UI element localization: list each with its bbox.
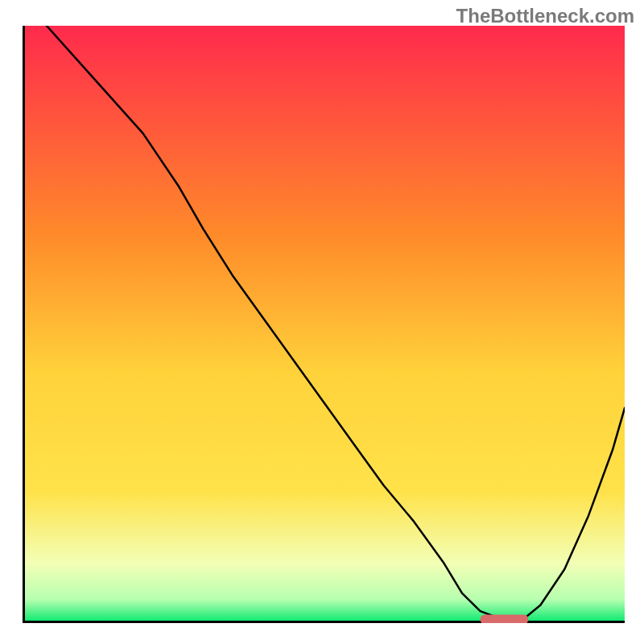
axis-left <box>23 26 25 623</box>
watermark-text: TheBottleneck.com <box>456 5 634 27</box>
optimal-range-marker <box>481 615 529 624</box>
gradient-background <box>23 26 625 623</box>
plot-area <box>23 26 625 623</box>
chart-container: TheBottleneck.com <box>0 0 644 644</box>
chart-svg <box>23 26 625 623</box>
axis-bottom <box>23 621 625 623</box>
